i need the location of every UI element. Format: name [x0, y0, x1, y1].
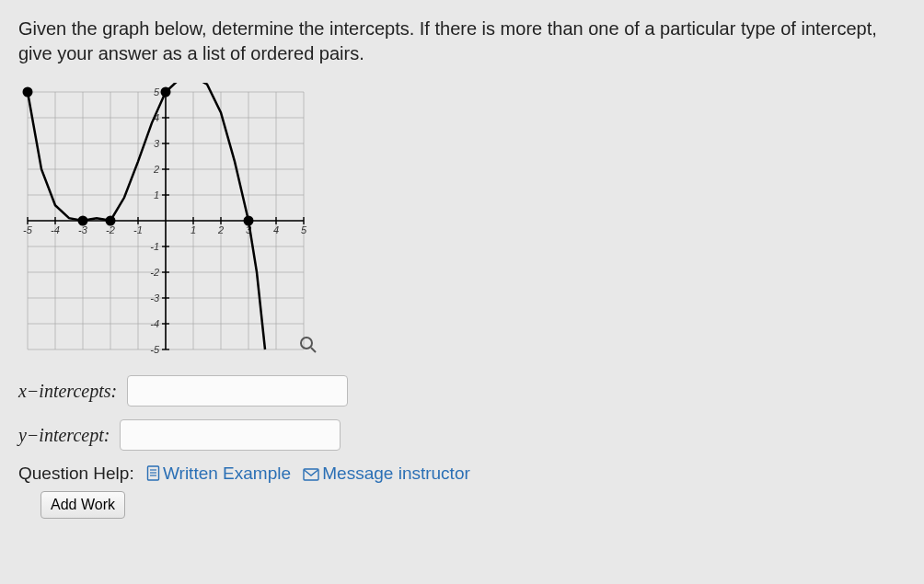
svg-text:2: 2: [217, 224, 224, 235]
document-icon: [146, 465, 160, 486]
help-label: Question Help:: [18, 464, 134, 483]
svg-text:-1: -1: [150, 241, 159, 252]
svg-point-64: [23, 87, 33, 97]
svg-point-69: [301, 338, 312, 349]
svg-text:-5: -5: [150, 344, 160, 355]
add-work-button[interactable]: Add Work: [40, 491, 125, 519]
svg-text:-1: -1: [133, 224, 143, 235]
svg-text:-3: -3: [150, 292, 160, 303]
svg-text:-3: -3: [78, 224, 88, 235]
zoom-icon[interactable]: [299, 336, 318, 354]
svg-text:3: 3: [154, 138, 160, 149]
svg-line-70: [311, 348, 316, 352]
svg-text:-2: -2: [106, 224, 115, 235]
svg-text:5: 5: [154, 86, 160, 97]
svg-text:-2: -2: [150, 267, 159, 278]
svg-text:2: 2: [153, 164, 159, 175]
svg-text:1: 1: [191, 224, 196, 235]
svg-point-66: [78, 216, 88, 226]
svg-text:4: 4: [273, 224, 279, 235]
message-instructor-link[interactable]: Message instructor: [303, 464, 470, 483]
question-text: Given the graph below, determine the int…: [18, 17, 906, 66]
x-intercepts-row: x−intercepts:: [18, 375, 906, 407]
y-intercept-input[interactable]: [120, 419, 341, 451]
x-intercepts-label: x−intercepts:: [18, 381, 121, 402]
svg-text:5: 5: [301, 224, 307, 235]
svg-text:1: 1: [154, 189, 159, 200]
svg-point-65: [161, 87, 171, 97]
written-example-link[interactable]: Written Example: [146, 464, 295, 483]
svg-point-67: [106, 216, 116, 226]
svg-text:-4: -4: [150, 318, 159, 329]
x-intercepts-input[interactable]: [127, 375, 348, 407]
graph: -5-4-3-2-112345-5-4-3-2-112345: [18, 83, 313, 359]
svg-point-68: [244, 216, 254, 226]
y-intercept-row: y−intercept:: [18, 419, 906, 451]
svg-text:-5: -5: [23, 224, 33, 235]
question-help: Question Help: Written Example Message i…: [18, 464, 906, 519]
envelope-icon: [303, 465, 319, 486]
svg-text:-4: -4: [51, 224, 60, 235]
y-intercept-label: y−intercept:: [18, 425, 114, 446]
